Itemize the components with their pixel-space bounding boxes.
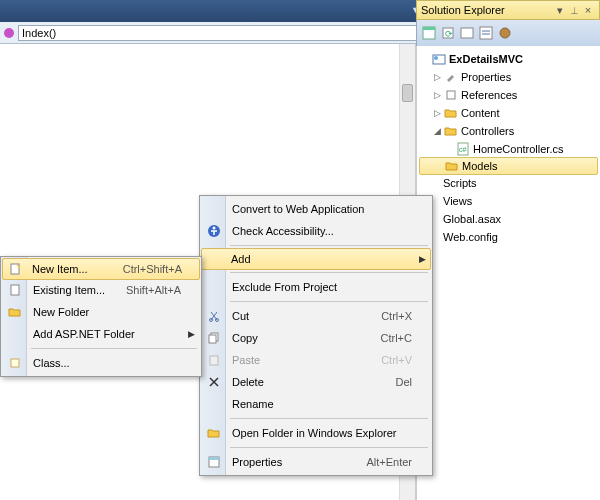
folder-open-icon [443,123,459,139]
tree-node-webconfig[interactable]: Web.config [419,228,598,246]
svg-rect-18 [210,356,218,365]
submenu-new-item[interactable]: New Item... Ctrl+Shift+A [2,258,200,280]
tree-label: HomeController.cs [473,143,598,155]
menu-separator [230,245,428,246]
csharp-file-icon: c# [455,141,471,157]
submenu-class[interactable]: Class... [3,352,199,374]
wrench-icon [443,69,459,85]
cut-icon [206,308,222,324]
menu-exclude-project[interactable]: Exclude From Project [202,276,430,298]
view-code-icon[interactable] [478,25,494,41]
menu-rename[interactable]: Rename [202,393,430,415]
menu-properties[interactable]: Properties Alt+Enter [202,451,430,473]
folder-icon [444,158,460,174]
method-icon [4,28,14,38]
copy-icon [206,330,222,346]
tree-label: Views [443,195,598,207]
scrollbar-thumb[interactable] [402,84,413,102]
refresh-icon[interactable] [459,25,475,41]
svg-rect-20 [209,457,219,460]
tree-label: Global.asax [443,213,598,225]
tree-node-homecontroller[interactable]: c# HomeController.cs [419,140,598,158]
menu-cut[interactable]: Cut Ctrl+X [202,305,430,327]
svg-rect-1 [423,27,435,30]
svg-rect-9 [447,91,455,99]
tree-node-content[interactable]: ▷ Content [419,104,598,122]
expand-icon[interactable]: ▷ [431,108,443,118]
svg-point-8 [434,56,438,60]
delete-icon [206,374,222,390]
properties-icon[interactable] [421,25,437,41]
svg-rect-22 [11,285,19,295]
tree-label: Properties [461,71,598,83]
menu-check-accessibility[interactable]: Check Accessibility... [202,220,430,242]
menu-separator [230,418,428,419]
close-icon[interactable]: × [581,4,595,16]
expand-icon[interactable]: ▷ [431,90,443,100]
tree-node-scripts[interactable]: Scripts [419,174,598,192]
svg-rect-23 [11,359,19,367]
view-designer-icon[interactable] [497,25,513,41]
tree-node-views[interactable]: Views [419,192,598,210]
pin-icon[interactable]: ⟂ [567,4,581,16]
menu-separator [31,348,197,349]
tree-node-globalasax[interactable]: Global.asax [419,210,598,228]
menu-separator [230,447,428,448]
tree-label: Controllers [461,125,598,137]
svg-text:⟳: ⟳ [445,29,453,39]
menu-add[interactable]: Add ▶ [201,248,431,270]
solution-tree[interactable]: ExDetailsMVC ▷ Properties ▷ References ▷… [416,46,600,500]
svg-point-13 [213,227,216,230]
submenu-existing-item[interactable]: Existing Item... Shift+Alt+A [3,279,199,301]
dropdown-icon[interactable]: ▾ [553,4,567,17]
svg-text:c#: c# [459,146,467,153]
panel-title: Solution Explorer [421,4,553,16]
tree-node-references[interactable]: ▷ References [419,86,598,104]
tree-label: ExDetailsMVC [449,53,598,65]
references-icon [443,87,459,103]
menu-separator [230,272,428,273]
svg-rect-5 [480,27,492,39]
collapse-icon[interactable]: ◢ [431,126,443,136]
menu-convert-web-app[interactable]: Convert to Web Application [202,198,430,220]
menu-separator [230,301,428,302]
folder-icon [7,304,23,320]
expand-icon[interactable]: ▷ [431,72,443,82]
context-menu: Convert to Web Application Check Accessi… [199,195,433,476]
show-all-icon[interactable]: ⟳ [440,25,456,41]
folder-open-icon [206,425,222,441]
menu-paste: Paste Ctrl+V [202,349,430,371]
submenu-arrow-icon: ▶ [188,329,195,339]
existing-item-icon [7,282,23,298]
paste-icon [206,352,222,368]
menu-delete[interactable]: Delete Del [202,371,430,393]
tree-node-controllers[interactable]: ◢ Controllers [419,122,598,140]
submenu-asp-net-folder[interactable]: Add ASP.NET Folder ▶ [3,323,199,345]
tree-label: References [461,89,598,101]
project-icon [431,51,447,67]
tree-label: Scripts [443,177,598,189]
tree-label: Models [462,160,597,172]
tree-label: Content [461,107,598,119]
menu-open-folder-explorer[interactable]: Open Folder in Windows Explorer [202,422,430,444]
tree-project-root[interactable]: ExDetailsMVC [419,50,598,68]
svg-point-6 [500,28,510,38]
submenu-new-folder[interactable]: New Folder [3,301,199,323]
menu-copy[interactable]: Copy Ctrl+C [202,327,430,349]
tree-label: Web.config [443,231,598,243]
tree-node-models[interactable]: Models [419,157,598,175]
add-submenu: New Item... Ctrl+Shift+A Existing Item..… [0,256,202,377]
solution-explorer-toolbar: ⟳ [416,20,600,46]
svg-rect-4 [461,28,473,38]
folder-icon [443,105,459,121]
class-icon [7,355,23,371]
new-item-icon [7,261,23,277]
submenu-arrow-icon: ▶ [419,254,426,264]
properties-icon [206,454,222,470]
tree-node-properties[interactable]: ▷ Properties [419,68,598,86]
solution-explorer-header: Solution Explorer ▾ ⟂ × [416,0,600,20]
svg-rect-17 [209,335,216,343]
accessibility-icon [206,223,222,239]
